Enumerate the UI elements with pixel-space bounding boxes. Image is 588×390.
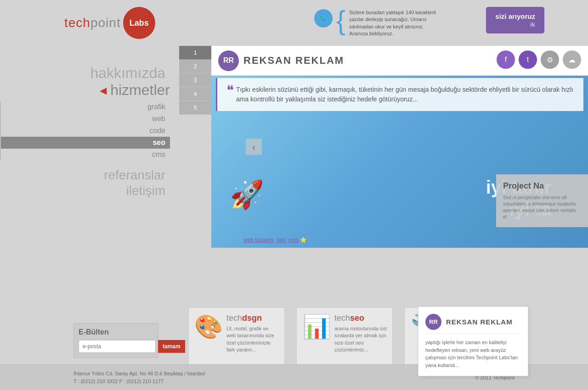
- nav-iletisim[interactable]: iletişim: [0, 183, 170, 199]
- quote-text: ❝ Tıpkı eskilerin sözünü ettiği gibi, ka…: [216, 78, 583, 111]
- gear-icon[interactable]: ⚙: [541, 50, 559, 69]
- sub-nav-cms[interactable]: cms: [1, 149, 170, 161]
- tag-cms[interactable]: cms: [288, 237, 299, 243]
- seo-icon: 📊: [302, 313, 330, 341]
- reksan-title: REKSAN REKLAM: [243, 55, 344, 67]
- dsgn-content: techdsgn UI, mobil, grafik ve web tasarı…: [226, 313, 279, 354]
- prev-button[interactable]: ‹: [246, 139, 262, 155]
- logo-circle[interactable]: Labs: [123, 7, 155, 39]
- slider-tags: web tasarım, seo, cms ⭐: [243, 237, 307, 243]
- slide-numbers: 1 2 3 4 5: [179, 46, 211, 115]
- twitter-brace: {: [336, 7, 345, 34]
- reksan-card-title: REKSAN REKLAM: [446, 318, 513, 326]
- seo-text: arama motorlarında üst sıralarda yer alm…: [334, 325, 387, 354]
- project-panel: Project Na Sed ut perspiciatis und error…: [496, 174, 588, 227]
- slide-num-5[interactable]: 5: [179, 101, 211, 115]
- twitter-area: 🐦 { Sizlere buradan yaklaşık 140 karakte…: [314, 7, 441, 38]
- tag-seo[interactable]: seo: [277, 237, 285, 243]
- footer-phone: T : (0212) 210 3322 F : (0212) 210 1177: [74, 378, 205, 385]
- twitter-social-icon[interactable]: t: [519, 50, 537, 69]
- project-title: Project Na: [503, 181, 581, 191]
- sub-nav: grafik web code seo cms: [0, 101, 170, 161]
- cta-label: sizi arıyoruz: [495, 12, 535, 20]
- nav-referanslar[interactable]: referanslar: [0, 167, 170, 183]
- newsletter-form: tamam: [79, 340, 153, 353]
- slide-num-3[interactable]: 3: [179, 73, 211, 87]
- seo-content: techseo arama motorlarında üst sıralarda…: [334, 313, 387, 354]
- facebook-icon[interactable]: f: [497, 50, 515, 69]
- dsgn-prefix: tech: [226, 313, 242, 323]
- seo-suffix: seo: [350, 313, 364, 323]
- cta-button[interactable]: sizi arıyoruz ik: [486, 7, 544, 33]
- twitter-text: Sizlere buradan yaklaşık 140 karakterli …: [349, 7, 441, 38]
- footer-street: İhlamur Yıldız Cd. Saray Apt. No 48 D.6 …: [74, 370, 205, 378]
- slide-content: RR REKSAN REKLAM f t ⚙ ☁ ❝ Tıpkı eskiler…: [211, 46, 588, 248]
- logo-labs: Labs: [130, 18, 149, 28]
- sub-nav-seo[interactable]: seo: [1, 137, 170, 149]
- newsletter-input[interactable]: [79, 340, 156, 353]
- slide-num-4[interactable]: 4: [179, 87, 211, 101]
- rss-icon[interactable]: ☁: [563, 50, 581, 69]
- seo-title: techseo: [334, 313, 387, 323]
- dsgn-suffix: dsgn: [242, 313, 262, 323]
- feature-card-seo: 📊 techseo arama motorlarında üst sıralar…: [296, 307, 393, 365]
- quote-content: Tıpkı eskilerin sözünü ettiği gibi, karm…: [236, 86, 573, 103]
- main-area: 1 2 3 4 5 RR REKSAN REKLAM f t ⚙ ☁ ❝ Tıp…: [179, 46, 588, 294]
- rocket-icon: 🚀: [230, 178, 264, 211]
- reksan-header: RR REKSAN REKLAM f t ⚙ ☁: [211, 46, 588, 76]
- sub-nav-grafik[interactable]: grafik: [1, 101, 170, 113]
- nav-hakkimizda[interactable]: hakkımızda: [0, 64, 170, 82]
- hizmetler-arrow-icon: ◀: [100, 85, 107, 96]
- nav-menu: hakkımızda ◀ hizmetler grafik web code s…: [0, 64, 170, 199]
- slider: RR REKSAN REKLAM f t ⚙ ☁ ❝ Tıpkı eskiler…: [211, 46, 588, 248]
- reksan-card-header: RR REKSAN REKLAM: [425, 314, 521, 334]
- sub-nav-web[interactable]: web: [1, 113, 170, 125]
- logo-tech: tech: [64, 16, 90, 30]
- dsgn-text: UI, mobil, grafik ve web tasarımında siz…: [226, 325, 279, 354]
- dsgn-title: techdsgn: [226, 313, 279, 323]
- twitter-icon[interactable]: 🐦: [314, 9, 333, 28]
- newsletter-section: E-Bülten tamam: [74, 323, 158, 358]
- reksan-card: RR REKSAN REKLAM yaptığı işlerle her zam…: [418, 306, 528, 376]
- star-icon: ⭐: [300, 237, 307, 243]
- slide-num-2[interactable]: 2: [179, 60, 211, 73]
- newsletter-title: E-Bülten: [79, 328, 153, 336]
- reksan-card-logo: RR: [425, 314, 441, 330]
- nav-hizmetler[interactable]: hizmetler: [110, 82, 170, 99]
- cta-sub: ik: [495, 21, 535, 28]
- quote-mark: ❝: [226, 85, 234, 96]
- logo-text: techpoint: [64, 16, 121, 30]
- logo-point: point: [90, 16, 121, 30]
- seo-prefix: tech: [334, 313, 350, 323]
- reksan-logo-circle: RR: [218, 50, 239, 71]
- slide-num-1[interactable]: 1: [179, 46, 211, 60]
- tag-web-tasarim[interactable]: web tasarım: [243, 237, 273, 243]
- project-text: Sed ut perspiciatis und error alt volupt…: [503, 195, 581, 220]
- footer-address: İhlamur Yıldız Cd. Saray Apt. No 48 D.6 …: [74, 370, 205, 385]
- dsgn-icon: 🎨: [194, 313, 222, 341]
- social-icons: f t ⚙ ☁: [497, 50, 581, 69]
- hizmetler-row: ◀ hizmetler: [0, 82, 170, 99]
- newsletter-submit-button[interactable]: tamam: [158, 340, 185, 353]
- logo-text-group: techpoint Labs: [64, 7, 155, 39]
- sidebar: hakkımızda ◀ hizmetler grafik web code s…: [0, 46, 179, 199]
- sub-nav-code[interactable]: code: [1, 125, 170, 137]
- reksan-card-text: yaptığı işlerle her zaman en kaliteliyi …: [425, 339, 521, 369]
- logo-area: techpoint Labs: [64, 7, 155, 39]
- feature-card-dsgn: 🎨 techdsgn UI, mobil, grafik ve web tasa…: [188, 307, 285, 365]
